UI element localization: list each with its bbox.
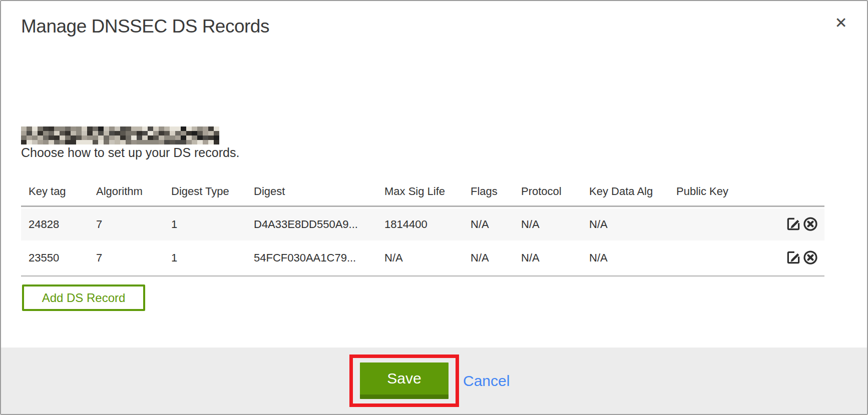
column-header-digest-type: Digest Type [164, 185, 246, 198]
delete-record-button[interactable] [802, 250, 818, 266]
table-row: 24828 7 1 D4A33E8DD550A9... 1814400 N/A … [21, 208, 824, 240]
cell-key-data-alg: N/A [582, 252, 669, 264]
row-actions [761, 216, 824, 232]
column-header-max-sig-life: Max Sig Life [377, 185, 463, 198]
row-actions [761, 250, 824, 266]
close-icon: ✕ [834, 14, 847, 32]
cell-protocol: N/A [514, 218, 582, 231]
column-header-key-data-alg: Key Data Alg [582, 185, 669, 198]
column-header-flags: Flags [463, 185, 514, 198]
cell-algorithm: 7 [89, 252, 164, 264]
save-button[interactable]: Save [360, 362, 449, 399]
cell-flags: N/A [463, 252, 514, 264]
cell-key-data-alg: N/A [582, 218, 669, 231]
delete-icon [803, 216, 818, 232]
cell-digest-type: 1 [164, 218, 246, 231]
edit-icon [786, 216, 801, 232]
delete-icon [803, 250, 818, 266]
cell-key-tag: 23550 [21, 252, 89, 264]
column-header-key-tag: Key tag [21, 185, 89, 198]
dnssec-ds-records-dialog: Manage DNSSEC DS Records ✕ Choose how to… [0, 0, 868, 415]
add-ds-record-button[interactable]: Add DS Record [22, 284, 145, 311]
column-header-digest: Digest [246, 185, 377, 198]
column-header-protocol: Protocol [514, 185, 582, 198]
cell-digest-type: 1 [164, 252, 246, 264]
table-row: 23550 7 1 54FCF030AA1C79... N/A N/A N/A … [21, 240, 824, 276]
cell-max-sig-life: 1814400 [377, 218, 463, 231]
redacted-domain-name [21, 126, 219, 144]
annotation-highlight-red-box: Save [349, 354, 459, 407]
cancel-link[interactable]: Cancel [463, 372, 510, 390]
column-header-public-key: Public Key [669, 185, 761, 198]
cell-algorithm: 7 [89, 218, 164, 231]
cell-key-tag: 24828 [21, 218, 89, 231]
table-header-row: Key tag Algorithm Digest Type Digest Max… [21, 177, 824, 207]
edit-record-button[interactable] [785, 216, 801, 232]
column-header-algorithm: Algorithm [89, 185, 164, 198]
edit-record-button[interactable] [785, 250, 801, 266]
delete-record-button[interactable] [802, 216, 818, 232]
cell-digest: 54FCF030AA1C79... [246, 252, 377, 264]
cell-protocol: N/A [514, 252, 582, 264]
close-button[interactable]: ✕ [830, 12, 852, 34]
cell-flags: N/A [463, 218, 514, 231]
dialog-subtitle: Choose how to set up your DS records. [21, 146, 239, 160]
edit-icon [786, 250, 801, 266]
ds-records-table: Key tag Algorithm Digest Type Digest Max… [21, 177, 824, 276]
cell-digest: D4A33E8DD550A9... [246, 218, 377, 231]
dialog-title: Manage DNSSEC DS Records [21, 16, 269, 37]
dialog-footer: Save Cancel [1, 348, 867, 414]
cell-max-sig-life: N/A [377, 252, 463, 264]
